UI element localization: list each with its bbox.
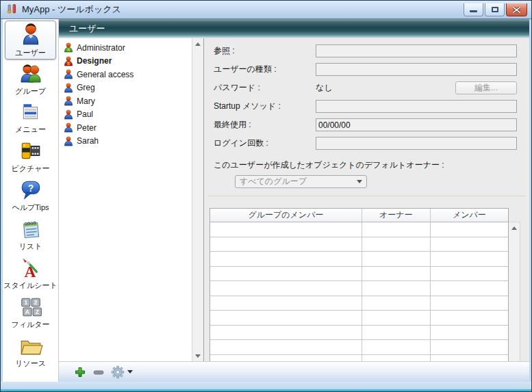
sidebar: ユーザー グループ	[3, 19, 59, 382]
sidebar-item-lists[interactable]: リスト	[5, 215, 56, 254]
sidebar-item-filters[interactable]: 1 2 A Z フィルター	[5, 293, 56, 332]
user-type-input[interactable]	[316, 63, 517, 76]
list-item-sarah[interactable]: Sarah	[59, 135, 192, 148]
members-table: グループのメンバー オーナー メンバー	[210, 208, 509, 361]
maximize-icon	[492, 7, 498, 12]
column-header-owner: オーナー	[362, 209, 431, 222]
field-label: ログイン回数 :	[214, 138, 316, 149]
scroll-up-button[interactable]	[509, 222, 520, 233]
user-name: Designer	[77, 56, 112, 66]
user-list: A Administrator S Designer	[59, 38, 204, 361]
table-row[interactable]	[210, 311, 508, 326]
key-a-glyph: A	[25, 309, 29, 315]
table-row[interactable]	[210, 355, 508, 362]
minimize-icon	[470, 10, 477, 12]
list-item-administrator[interactable]: A Administrator	[59, 41, 192, 55]
help-tips-icon: ?	[19, 179, 42, 201]
resources-icon	[18, 335, 43, 357]
list-item-greg[interactable]: Greg	[59, 81, 192, 95]
sidebar-item-help-tips[interactable]: ? ヘルプTips	[5, 177, 56, 215]
chevron-down-icon	[127, 370, 133, 374]
lists-icon	[19, 218, 42, 240]
designer-user-icon: S	[64, 56, 73, 66]
page-title: ユーザー	[59, 19, 529, 38]
field-label: パスワード :	[214, 82, 316, 94]
table-row[interactable]	[210, 296, 508, 311]
table-row[interactable]	[210, 267, 508, 282]
table-row[interactable]	[210, 237, 508, 252]
password-value: なし	[316, 82, 333, 94]
default-owner-label: このユーザーが作成したオブジェクトのデフォルトオーナー :	[204, 153, 529, 175]
sidebar-item-menus[interactable]: メニュー	[5, 99, 56, 138]
sidebar-item-style-sheets[interactable]: A スタイルシート	[5, 254, 56, 293]
content-area: A Administrator S Designer	[59, 38, 529, 361]
login-count-row: ログイン回数 :	[204, 134, 529, 153]
close-icon	[513, 7, 520, 13]
table-row[interactable]	[210, 281, 508, 296]
scroll-up-button[interactable]	[192, 38, 203, 49]
list-item-mary[interactable]: Mary	[59, 94, 192, 108]
arrow-up-icon	[511, 226, 517, 230]
sidebar-item-label: ユーザー	[15, 48, 46, 58]
user-name: Sarah	[77, 136, 99, 146]
edit-button[interactable]: 編集...	[455, 81, 517, 94]
settings-button[interactable]	[111, 365, 133, 379]
last-used-row: 最終使用 :	[204, 116, 529, 134]
login-count-input[interactable]	[316, 137, 517, 150]
user-list-items: A Administrator S Designer	[59, 38, 192, 361]
startup-method-input[interactable]	[316, 100, 517, 113]
list-scrollbar[interactable]	[192, 38, 203, 361]
list-item-peter[interactable]: Peter	[59, 121, 192, 135]
remove-button[interactable]	[92, 366, 105, 378]
scroll-down-button[interactable]	[192, 350, 203, 361]
reference-row: 参照 :	[204, 42, 529, 60]
minimize-button[interactable]	[464, 3, 483, 16]
sidebar-item-label: スタイルシート	[3, 280, 58, 291]
app-window: MyApp - ツールボックス ユーザー	[0, 0, 532, 392]
table-row[interactable]	[210, 222, 508, 237]
main-panel: ユーザー A Administrator	[59, 19, 529, 382]
list-item-paul[interactable]: Paul	[59, 108, 192, 122]
user-name: Paul	[77, 109, 93, 119]
table-row[interactable]	[210, 326, 508, 341]
detail-panel: 参照 : ユーザーの種類 : パスワード : なし 編集...	[204, 38, 529, 361]
members-table-wrap: グループのメンバー オーナー メンバー	[210, 208, 520, 361]
column-header-member: メンバー	[431, 209, 508, 222]
arrow-down-icon	[195, 354, 201, 358]
table-row[interactable]	[210, 340, 508, 355]
maximize-button[interactable]	[485, 3, 505, 16]
last-used-input[interactable]	[316, 118, 517, 131]
sidebar-item-label: メニュー	[15, 125, 46, 135]
user-name: Mary	[77, 96, 95, 106]
table-header: グループのメンバー オーナー メンバー	[210, 209, 508, 222]
password-row: パスワード : なし 編集...	[204, 79, 529, 97]
svg-text:A: A	[67, 48, 71, 52]
default-owner-select[interactable]: すべてのグループ	[235, 175, 367, 188]
app-icon	[6, 3, 18, 16]
table-scrollbar[interactable]	[509, 222, 520, 361]
window-title: MyApp - ツールボックス	[22, 3, 464, 16]
close-button[interactable]	[506, 3, 527, 16]
sidebar-item-users[interactable]: ユーザー	[5, 21, 56, 60]
key-z-glyph: Z	[35, 309, 38, 315]
arrow-up-icon	[195, 42, 201, 46]
key-2-glyph: 2	[34, 299, 37, 306]
user-icon	[64, 109, 73, 120]
user-icon	[64, 96, 73, 106]
user-name: Administrator	[77, 43, 125, 53]
style-sheets-icon: A	[19, 257, 42, 279]
table-row[interactable]	[210, 252, 508, 267]
question-glyph: ?	[27, 183, 33, 194]
sidebar-item-pictures[interactable]: ピクチャー	[5, 138, 56, 177]
titlebar[interactable]: MyApp - ツールボックス	[1, 1, 531, 19]
user-name: Greg	[77, 83, 95, 92]
pictures-icon	[19, 140, 42, 162]
sidebar-item-groups[interactable]: グループ	[5, 60, 56, 99]
sidebar-item-resources[interactable]: リソース	[5, 332, 56, 371]
list-item-designer[interactable]: S Designer	[59, 55, 192, 68]
list-item-general-access[interactable]: General access	[59, 68, 192, 81]
add-button[interactable]	[74, 366, 86, 378]
sidebar-item-label: ヘルプTips	[12, 202, 49, 213]
sidebar-item-label: リスト	[19, 241, 42, 252]
reference-input[interactable]	[316, 44, 517, 57]
